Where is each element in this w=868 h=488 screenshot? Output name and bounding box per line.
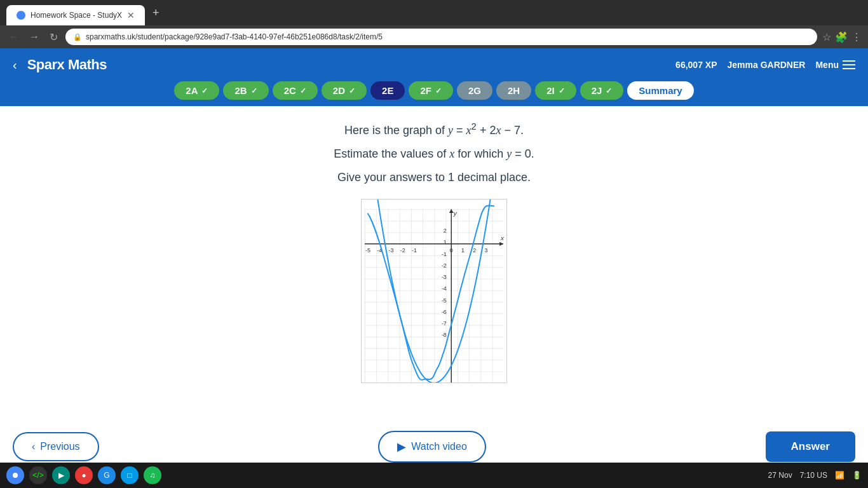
bottom-bar: ‹ Previous ▶ Watch video Answer (0, 431, 868, 463)
parabola-graph: -5 -4 -3 -2 -1 0 1 2 3 x 2 1 -1 -2 -3 -4… (361, 199, 507, 383)
svg-text:y: y (453, 210, 458, 217)
tab-2B[interactable]: 2B ✓ (223, 81, 268, 100)
nav-forward-button[interactable]: → (27, 29, 42, 45)
previous-label: Previous (40, 441, 79, 452)
app-header: ‹ Sparx Maths 66,007 XP Jemma GARDNER Me… (0, 48, 868, 81)
taskbar: </> ▶ ● G □ ♫ 27 Nov 7:10 US 📶 🔋 (0, 463, 868, 488)
new-tab-button[interactable]: + (147, 6, 165, 20)
tab-2D-label: 2D (333, 85, 345, 96)
tab-2I[interactable]: 2I ✓ (535, 81, 576, 100)
svg-text:-3: -3 (388, 247, 393, 254)
taskbar-app3-icon[interactable]: ● (75, 466, 93, 484)
tab-2F-label: 2F (420, 85, 431, 96)
tab-2C[interactable]: 2C ✓ (273, 81, 318, 100)
tab-2J-label: 2J (592, 85, 602, 96)
tab-2D-check: ✓ (349, 86, 355, 95)
menu-button[interactable]: Menu (815, 60, 855, 70)
taskbar-time: 7:10 US (800, 471, 827, 480)
battery-icon: 🔋 (852, 471, 862, 480)
taskbar-right: 27 Nov 7:10 US 📶 🔋 (768, 471, 862, 480)
tab-favicon (17, 11, 25, 20)
menu-label: Menu (815, 60, 839, 70)
address-text: sparxmaths.uk/student/package/928e9ad7-f… (86, 32, 383, 41)
tab-2I-check: ✓ (559, 86, 565, 95)
tab-2A-check: ✓ (201, 86, 208, 95)
extensions-button[interactable]: 🧩 (835, 31, 848, 43)
nav-refresh-button[interactable]: ↻ (47, 29, 60, 46)
browser-chrome: Homework Space - StudyX ✕ + (0, 0, 868, 25)
svg-text:0: 0 (450, 247, 453, 254)
tab-summary-label: Summary (639, 85, 682, 96)
svg-rect-1 (365, 210, 503, 384)
tab-2B-label: 2B (234, 85, 247, 96)
tab-2E-label: 2E (382, 85, 393, 96)
user-name: Jemma GARDNER (728, 60, 806, 70)
svg-text:-1: -1 (442, 251, 447, 257)
tab-close-button[interactable]: ✕ (127, 10, 135, 20)
back-button[interactable]: ‹ (13, 58, 17, 72)
svg-text:1: 1 (444, 240, 447, 246)
answer-button[interactable]: Answer (766, 431, 855, 462)
question-line2: Estimate the values of x for which y = 0… (25, 145, 843, 163)
tab-2F[interactable]: 2F ✓ (409, 81, 453, 100)
watch-video-label: Watch video (411, 441, 466, 452)
question-line1: Here is the graph of y = x2 + 2x − 7. (25, 119, 843, 140)
answer-label: Answer (791, 440, 830, 452)
tab-2C-label: 2C (284, 85, 296, 96)
header-right: 66,007 XP Jemma GARDNER Menu (675, 60, 855, 70)
tab-2G[interactable]: 2G (457, 81, 492, 100)
svg-text:-7: -7 (442, 321, 447, 327)
tab-2J[interactable]: 2J ✓ (580, 81, 624, 100)
tab-2B-check: ✓ (251, 86, 257, 95)
svg-point-28 (13, 473, 18, 478)
svg-text:x: x (500, 234, 505, 241)
question-line3: Give your answers to 1 decimal place. (25, 168, 843, 187)
more-options-button[interactable]: ⋮ (851, 31, 862, 43)
taskbar-meet-icon[interactable]: ▶ (52, 466, 70, 484)
tab-2H[interactable]: 2H (496, 81, 531, 100)
video-icon: ▶ (397, 440, 406, 454)
watch-video-button[interactable]: ▶ Watch video (378, 431, 485, 463)
tab-navigation: 2A ✓ 2B ✓ 2C ✓ 2D ✓ 2E 2F ✓ 2G 2H 2I ✓ 2… (0, 81, 868, 106)
tab-2A[interactable]: 2A ✓ (174, 81, 219, 100)
svg-text:-8: -8 (442, 332, 447, 339)
tab-title: Homework Space - StudyX (31, 11, 122, 20)
app-logo: Sparx Maths (27, 57, 107, 73)
taskbar-date: 27 Nov (768, 471, 792, 480)
bookmark-button[interactable]: ☆ (822, 31, 831, 43)
main-content: Here is the graph of y = x2 + 2x − 7. Es… (0, 106, 868, 383)
tab-2F-check: ✓ (435, 86, 442, 95)
tab-2I-label: 2I (546, 85, 555, 96)
svg-text:-6: -6 (442, 309, 447, 315)
active-tab[interactable]: Homework Space - StudyX ✕ (6, 5, 145, 25)
nav-back-button[interactable]: ← (6, 29, 22, 45)
svg-text:-2: -2 (442, 262, 447, 269)
svg-text:-2: -2 (400, 247, 405, 254)
address-bar[interactable]: 🔒 sparxmaths.uk/student/package/928e9ad7… (65, 29, 817, 45)
tab-2G-label: 2G (468, 85, 481, 96)
address-security-icon: 🔒 (73, 33, 82, 41)
prev-chevron-icon: ‹ (32, 441, 35, 452)
taskbar-app4-icon[interactable]: G (98, 466, 116, 484)
tab-2D[interactable]: 2D ✓ (322, 81, 367, 100)
svg-text:2: 2 (473, 247, 476, 254)
svg-text:-3: -3 (442, 274, 447, 281)
xp-badge: 66,007 XP (675, 60, 717, 70)
svg-text:3: 3 (484, 247, 487, 254)
browser-nav: ← → ↻ 🔒 sparxmaths.uk/student/package/92… (0, 25, 868, 48)
tab-2H-label: 2H (508, 85, 520, 96)
tab-2E[interactable]: 2E (370, 81, 405, 100)
browser-tabs: Homework Space - StudyX ✕ + (6, 0, 165, 25)
svg-text:1: 1 (461, 247, 465, 254)
svg-text:2: 2 (444, 228, 447, 234)
previous-button[interactable]: ‹ Previous (13, 432, 99, 461)
tab-2C-check: ✓ (300, 86, 306, 95)
taskbar-app5-icon[interactable]: □ (121, 466, 139, 484)
svg-text:-5: -5 (365, 247, 370, 254)
taskbar-terminal-icon[interactable]: </> (29, 466, 47, 484)
svg-text:-4: -4 (442, 286, 447, 292)
taskbar-spotify-icon[interactable]: ♫ (144, 466, 161, 484)
taskbar-chrome-icon[interactable] (6, 466, 24, 484)
tab-summary[interactable]: Summary (627, 81, 693, 100)
wifi-icon: 📶 (835, 471, 844, 480)
